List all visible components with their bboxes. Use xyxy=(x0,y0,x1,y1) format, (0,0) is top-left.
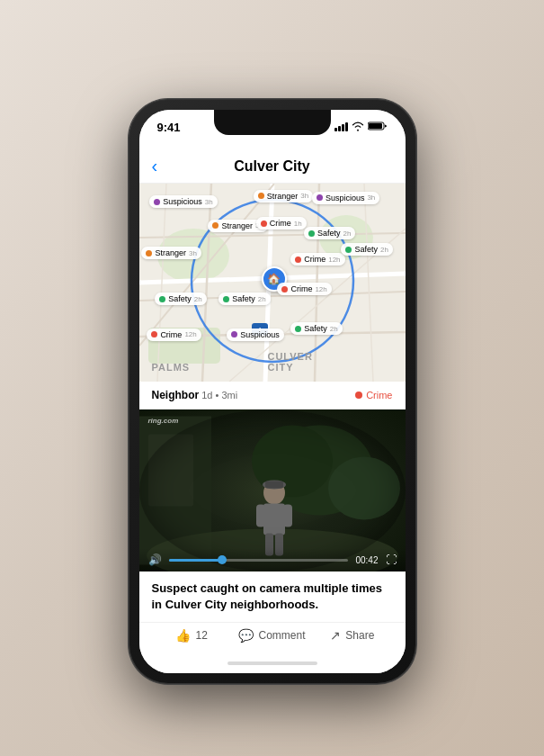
video-scene-svg xyxy=(139,410,406,572)
crime-dot xyxy=(355,392,362,399)
svg-rect-28 xyxy=(265,482,283,489)
like-count: 12 xyxy=(195,629,207,642)
status-icons xyxy=(334,121,388,131)
pin-stranger-1[interactable]: Stranger 3h xyxy=(254,190,313,202)
phone-screen: 9:41 xyxy=(139,110,406,673)
progress-thumb xyxy=(218,555,227,564)
map-area[interactable]: I Suspicious 3h Stranger 3h Suspicious 3… xyxy=(139,184,406,382)
progress-fill xyxy=(169,559,223,562)
share-label: Share xyxy=(345,629,374,642)
pin-safety-4[interactable]: Safety 2h xyxy=(218,292,270,305)
wifi-icon xyxy=(352,121,364,131)
pin-safety-1[interactable]: Safety 2h xyxy=(304,227,355,239)
volume-icon[interactable]: 🔊 xyxy=(148,554,162,566)
ring-watermark: ring.com xyxy=(148,417,179,429)
crime-badge: Crime xyxy=(355,390,392,400)
post-header: Neighbor 1d • 3mi Crime xyxy=(139,382,406,410)
post-age: 1d • 3mi xyxy=(201,390,237,400)
fullscreen-icon[interactable]: ⛶ xyxy=(386,554,397,566)
share-button[interactable]: ↗ Share xyxy=(312,628,392,643)
pin-crime-1[interactable]: Crime 1h xyxy=(256,217,307,230)
pin-stranger-3[interactable]: Stranger 3h xyxy=(141,247,201,259)
pin-safety-5[interactable]: Safety 2h xyxy=(290,322,342,335)
video-scene xyxy=(139,410,406,572)
pin-crime-3[interactable]: Crime 12h xyxy=(277,283,331,295)
map-label-palms: PALMS xyxy=(152,362,191,373)
pin-safety-3[interactable]: Safety 2h xyxy=(155,292,206,305)
comment-label: Comment xyxy=(258,629,305,642)
post-source: Neighbor xyxy=(152,389,200,401)
svg-point-24 xyxy=(328,457,400,520)
pin-safety-2[interactable]: Safety 2h xyxy=(341,243,392,256)
phone-wrapper: 9:41 xyxy=(129,99,416,684)
comment-icon: 💬 xyxy=(238,628,254,643)
svg-rect-1 xyxy=(369,123,382,129)
map-label-culver: CULVERCITY xyxy=(267,351,312,373)
battery-icon xyxy=(368,121,388,131)
back-button[interactable]: ‹ xyxy=(152,156,158,176)
home-indicator xyxy=(227,662,317,665)
content-area: Neighbor 1d • 3mi Crime xyxy=(139,382,406,653)
status-time: 9:41 xyxy=(157,121,181,134)
ring-logo: ring.com xyxy=(148,417,179,425)
crime-label: Crime xyxy=(366,390,392,400)
video-area[interactable]: ring.com 🔊 00:42 ⛶ xyxy=(139,410,406,572)
nav-title: Culver City xyxy=(234,158,309,175)
pin-crime-4[interactable]: Crime 12h xyxy=(147,328,201,341)
post-title: Suspect caught on camera multiple times … xyxy=(139,572,406,622)
svg-rect-29 xyxy=(263,504,285,536)
svg-rect-30 xyxy=(256,505,265,527)
pin-suspicious-2[interactable]: Suspicious 3h xyxy=(312,192,379,204)
svg-rect-31 xyxy=(283,505,292,527)
share-icon: ↗ xyxy=(330,628,341,643)
phone-notch xyxy=(214,110,331,135)
time-label: 00:42 xyxy=(355,555,378,565)
post-meta: Neighbor 1d • 3mi xyxy=(152,389,238,401)
progress-bar[interactable] xyxy=(169,559,349,562)
svg-rect-21 xyxy=(148,435,193,507)
pin-suspicious-1[interactable]: Suspicious 3h xyxy=(149,195,217,208)
comment-button[interactable]: 💬 Comment xyxy=(232,628,312,643)
nav-bar: ‹ Culver City xyxy=(139,149,406,184)
post-actions: 👍 12 💬 Comment ↗ Share xyxy=(139,622,406,652)
bottom-bar xyxy=(139,653,406,673)
signal-bars-icon xyxy=(334,121,348,131)
like-button[interactable]: 👍 12 xyxy=(152,628,232,643)
pin-suspicious-3[interactable]: Suspicious xyxy=(227,328,284,341)
pin-crime-2[interactable]: Crime 12h xyxy=(290,253,344,266)
like-icon: 👍 xyxy=(175,628,191,643)
video-controls: 🔊 00:42 ⛶ xyxy=(139,548,406,572)
map-background: I Suspicious 3h Stranger 3h Suspicious 3… xyxy=(139,184,406,382)
